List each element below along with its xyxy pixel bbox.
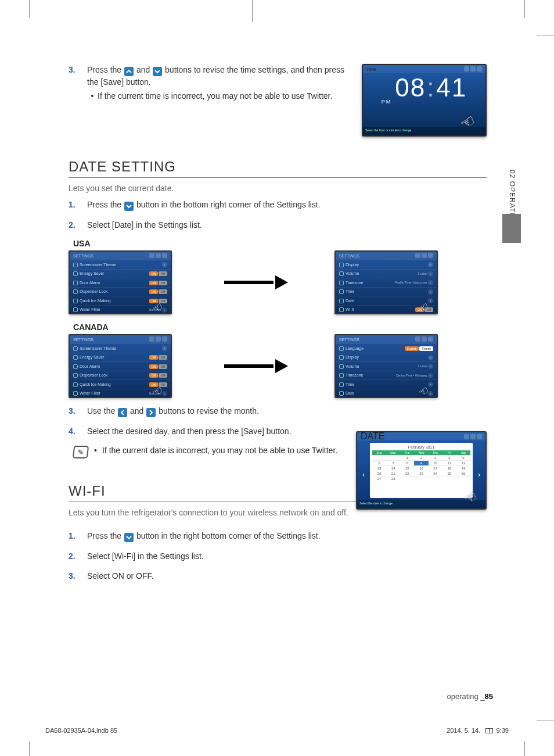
date-step-4: 4. Select the desired day, and then pres… [69, 425, 341, 437]
date-setting-heading: DATE SETTING [69, 159, 487, 175]
crop-marks-top [29, 0, 525, 17]
bullet-text: If the current time is incorrect, you ma… [98, 90, 332, 102]
chevron-down-icon [124, 533, 134, 542]
am-pm-label: PM [382, 99, 392, 105]
time-screenshot: TIME PM 08 : 41 Select the hour or minut… [362, 64, 487, 137]
region-usa-label: USA [73, 239, 487, 248]
wifi-step-3: 3. Select ON or OFF. [69, 570, 487, 582]
section-tab-dark [502, 214, 521, 243]
prev-month-icon: ‹ [359, 471, 368, 479]
chevron-down-icon [124, 202, 134, 211]
section-divider [69, 177, 487, 178]
chevron-right-icon [146, 408, 156, 417]
crop-marks-bottom [29, 741, 525, 756]
date-note: ✎ •If the current date is incorrect, you… [73, 446, 346, 458]
text: Press the [87, 65, 124, 74]
note-pencil-icon: ✎ [73, 446, 89, 458]
chevron-down-icon [153, 67, 162, 76]
step-3-time: 3. Press the and buttons to revise the t… [69, 64, 347, 102]
next-month-icon: › [475, 471, 483, 479]
chevron-up-icon [124, 67, 134, 76]
print-footer: DA68-02935A-04.indb 85 2014. 5. 14. 9:39 [45, 727, 509, 734]
header-icons [463, 66, 482, 72]
date-step-3: 3. Use the and buttons to revise the mon… [69, 405, 341, 417]
date-step-2: 2. Select [Date] in the Settings list. [69, 219, 487, 231]
date-calendar-screenshot: DATE ‹ › February 2011SunMonTueWedThuFri… [356, 431, 487, 510]
minute-value: 41 [436, 73, 467, 102]
arrow-right-icon [224, 361, 288, 371]
settings-usa-right-screenshot: SETTINGSDisplay›Volume3 Label ›TimezoneP… [334, 250, 438, 314]
wifi-step-2: 2. Select [Wi-Fi] in the Settings list. [69, 550, 487, 562]
hour-value: 08 [395, 73, 426, 102]
chevron-left-icon [118, 408, 127, 417]
wifi-step-1: 1. Press the button in the right bottom … [69, 530, 487, 542]
header-icons [463, 431, 482, 442]
print-datetime: 2014. 5. 14. 9:39 [447, 727, 509, 734]
settings-canada-left-screenshot: SETTINGSScreensaver Theme›Energy SaverON… [69, 334, 172, 398]
file-name: DA68-02935A-04.indb 85 [45, 727, 117, 734]
crop-marks-right [537, 35, 554, 721]
arrow-right-icon [224, 278, 288, 287]
screenshot-title: DATE [361, 431, 384, 442]
settings-canada-right-screenshot: SETTINGSLanguageEnglishFrenchDisplay›Vol… [334, 334, 438, 398]
date-intro: Lets you set the current date. [69, 184, 487, 193]
text: and [136, 65, 152, 74]
region-canada-label: CANADA [73, 323, 487, 332]
page-footer: operating _85 [447, 692, 493, 701]
screenshot-title: TIME [366, 67, 376, 71]
date-step-1: 1. Press the button in the bottom right … [69, 199, 487, 211]
settings-usa-left-screenshot: SETTINGSScreensaver Theme›Energy SaverON… [69, 250, 172, 314]
